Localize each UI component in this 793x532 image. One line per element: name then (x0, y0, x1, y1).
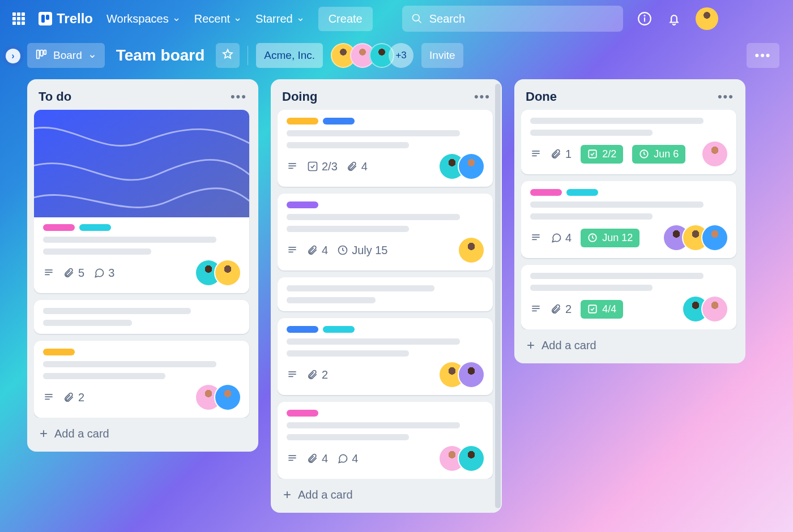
label-yellow[interactable] (287, 118, 318, 125)
list-title[interactable]: Done (526, 89, 557, 104)
list-scrollbar[interactable] (495, 84, 501, 508)
view-switcher[interactable]: Board ⌄ (27, 43, 105, 68)
card-due-badge: Jun 12 (581, 229, 639, 247)
card-comment-meta: 3 (93, 267, 114, 280)
label-blue[interactable] (287, 326, 318, 333)
card-description-icon (287, 453, 298, 464)
member-avatar[interactable] (702, 225, 727, 250)
chevron-down-icon: ⌄ (88, 48, 97, 61)
list-header: Doing ••• (278, 86, 495, 110)
card[interactable]: 2 (278, 318, 493, 395)
card-check-meta: 2/3 (307, 160, 338, 173)
card[interactable]: 2 (34, 341, 249, 418)
card-description-icon (287, 369, 298, 380)
plus-icon (283, 487, 291, 503)
member-avatar[interactable] (459, 446, 484, 471)
invite-button[interactable]: Invite (421, 43, 463, 68)
info-icon[interactable] (637, 11, 653, 27)
label-cyan[interactable] (79, 224, 111, 231)
card[interactable] (34, 300, 249, 334)
label-pink[interactable] (287, 410, 318, 417)
card[interactable]: 12/2Jun 6 (521, 110, 736, 174)
card-members (440, 362, 484, 387)
card[interactable]: 53 (34, 110, 249, 293)
card-members (440, 446, 484, 471)
trello-logo-icon (39, 12, 52, 25)
member-avatar[interactable] (702, 141, 727, 166)
card-description-icon (287, 161, 298, 172)
member-avatar[interactable] (459, 154, 484, 179)
board-menu-button[interactable]: ••• (747, 43, 779, 68)
card-comment-meta: 4 (337, 452, 358, 465)
member-avatar[interactable] (215, 260, 240, 285)
list-title[interactable]: Doing (282, 89, 317, 104)
card[interactable]: 4Jun 12 (521, 181, 736, 258)
card-attach-meta: 2 (307, 368, 328, 381)
card[interactable]: 44 (278, 402, 493, 479)
label-cyan[interactable] (323, 326, 355, 333)
chevron-down-icon (296, 12, 305, 25)
list-menu-button[interactable]: ••• (474, 89, 491, 104)
list-title[interactable]: To do (39, 89, 71, 104)
card-labels (287, 201, 484, 208)
member-overflow-count[interactable]: +3 (389, 43, 413, 68)
star-board-button[interactable] (216, 43, 240, 68)
card[interactable]: 2/34 (278, 110, 493, 187)
apps-grid-icon[interactable] (12, 12, 25, 25)
member-avatar[interactable] (459, 362, 484, 387)
view-label: Board (53, 49, 82, 62)
card-checklist-badge: 4/4 (581, 300, 623, 319)
member-avatar[interactable] (702, 297, 727, 321)
card-comment-meta: 4 (551, 231, 572, 244)
label-purple[interactable] (287, 201, 318, 208)
nav-workspaces[interactable]: Workspaces (106, 12, 181, 25)
card-attach-meta: 4 (347, 160, 368, 173)
card-members (196, 260, 240, 285)
list-header: To do ••• (34, 86, 251, 110)
list-menu-button[interactable]: ••• (718, 89, 734, 104)
label-cyan[interactable] (566, 189, 598, 196)
plus-icon (40, 426, 48, 441)
account-avatar[interactable] (696, 7, 718, 30)
brand-name: Trello (57, 11, 93, 27)
list-cards: 12/2Jun 64Jun 1224/4 (521, 110, 739, 329)
chevron-down-icon (172, 12, 181, 25)
sidebar-expand-button[interactable]: › (6, 49, 20, 63)
member-avatar[interactable] (459, 238, 484, 263)
search-input[interactable]: Search (402, 6, 623, 32)
card-members (196, 385, 240, 410)
add-card-button[interactable]: Add a card (521, 329, 739, 357)
star-icon (221, 48, 234, 63)
list-header: Done ••• (521, 86, 739, 110)
label-blue[interactable] (323, 118, 355, 125)
chevron-down-icon (233, 12, 242, 25)
card-checklist-badge: 2/2 (581, 145, 623, 164)
add-card-button[interactable]: Add a card (278, 479, 495, 506)
label-pink[interactable] (43, 224, 75, 231)
card-description-icon (530, 232, 542, 243)
card[interactable]: 24/4 (521, 265, 736, 329)
nav-starred[interactable]: Starred (255, 12, 305, 25)
card-attach-meta: 4 (307, 452, 328, 465)
card-members (459, 238, 484, 263)
add-card-button[interactable]: Add a card (34, 418, 251, 445)
brand-logo[interactable]: Trello (39, 11, 93, 27)
list-menu-button[interactable]: ••• (231, 89, 247, 104)
board-members[interactable]: +3 (331, 43, 413, 68)
svg-rect-5 (37, 50, 40, 58)
list-cards: 2/344July 15 244 (278, 110, 495, 479)
card-members (702, 141, 727, 166)
label-pink[interactable] (530, 189, 562, 196)
notifications-icon[interactable] (666, 11, 682, 27)
card-labels (43, 349, 240, 355)
nav-recent-label: Recent (194, 12, 230, 25)
label-yellow[interactable] (43, 349, 75, 355)
nav-recent[interactable]: Recent (194, 12, 242, 25)
card[interactable]: 4July 15 (278, 194, 493, 271)
card[interactable] (278, 277, 493, 311)
create-button[interactable]: Create (318, 7, 373, 31)
card-description-icon (530, 148, 542, 160)
member-avatar[interactable] (215, 385, 240, 410)
workspace-label[interactable]: Acme, Inc. (256, 43, 323, 68)
board-title[interactable]: Team board (113, 46, 208, 65)
